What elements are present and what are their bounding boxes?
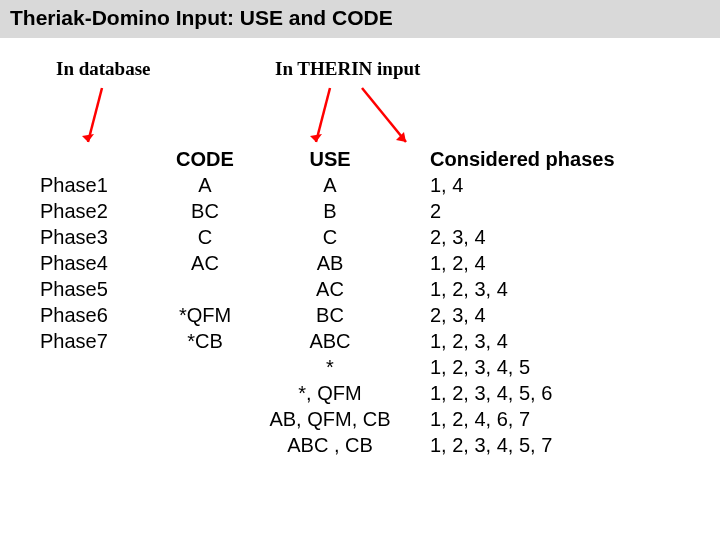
- svg-line-4: [362, 88, 406, 142]
- use-row: AC: [265, 276, 395, 302]
- use-row: *, QFM: [265, 380, 395, 406]
- svg-line-0: [88, 88, 102, 142]
- use-header: USE: [265, 146, 395, 172]
- considered-row: 1, 2, 4: [430, 250, 615, 276]
- considered-row: 1, 2, 3, 4, 5, 6: [430, 380, 615, 406]
- phase-row: Phase7: [40, 328, 108, 354]
- phase-row: Phase2: [40, 198, 108, 224]
- code-row: AC: [170, 250, 240, 276]
- use-row: C: [265, 224, 395, 250]
- code-row: *QFM: [170, 302, 240, 328]
- considered-row: 1, 2, 4, 6, 7: [430, 406, 615, 432]
- phase-row: Phase1: [40, 172, 108, 198]
- phase-row: Phase5: [40, 276, 108, 302]
- phase-header-blank: [40, 146, 108, 172]
- use-row: B: [265, 198, 395, 224]
- phase-row: Phase3: [40, 224, 108, 250]
- header-therin: In THERIN input: [275, 58, 420, 80]
- column-use: USE A B C AB AC BC ABC * *, QFM AB, QFM,…: [265, 146, 395, 458]
- code-row: [170, 276, 240, 302]
- code-row: BC: [170, 198, 240, 224]
- use-row: ABC , CB: [265, 432, 395, 458]
- considered-row: 1, 2, 3, 4: [430, 328, 615, 354]
- slide-title-bar: Theriak-Domino Input: USE and CODE: [0, 0, 720, 38]
- header-database: In database: [56, 58, 151, 80]
- use-row: AB: [265, 250, 395, 276]
- considered-row: 2, 3, 4: [430, 224, 615, 250]
- use-row: A: [265, 172, 395, 198]
- considered-row: 1, 2, 3, 4, 5: [430, 354, 615, 380]
- phase-row: Phase4: [40, 250, 108, 276]
- use-row: AB, QFM, CB: [265, 406, 395, 432]
- considered-row: 2: [430, 198, 615, 224]
- column-considered: Considered phases 1, 4 2 2, 3, 4 1, 2, 4…: [430, 146, 615, 458]
- code-header: CODE: [170, 146, 240, 172]
- use-row: BC: [265, 302, 395, 328]
- code-row: A: [170, 172, 240, 198]
- considered-row: 1, 2, 3, 4, 5, 7: [430, 432, 615, 458]
- slide-title: Theriak-Domino Input: USE and CODE: [10, 6, 393, 29]
- code-row: *CB: [170, 328, 240, 354]
- code-row: C: [170, 224, 240, 250]
- considered-header: Considered phases: [430, 146, 615, 172]
- content-area: In database In THERIN input Phase1 Phase…: [0, 38, 720, 46]
- considered-row: 1, 2, 3, 4: [430, 276, 615, 302]
- column-code: CODE A BC C AC *QFM *CB: [170, 146, 240, 354]
- use-row: *: [265, 354, 395, 380]
- svg-line-2: [316, 88, 330, 142]
- svg-marker-1: [82, 134, 94, 142]
- svg-marker-3: [310, 134, 322, 142]
- phase-row: Phase6: [40, 302, 108, 328]
- use-row: ABC: [265, 328, 395, 354]
- column-phase: Phase1 Phase2 Phase3 Phase4 Phase5 Phase…: [40, 146, 108, 354]
- considered-row: 2, 3, 4: [430, 302, 615, 328]
- considered-row: 1, 4: [430, 172, 615, 198]
